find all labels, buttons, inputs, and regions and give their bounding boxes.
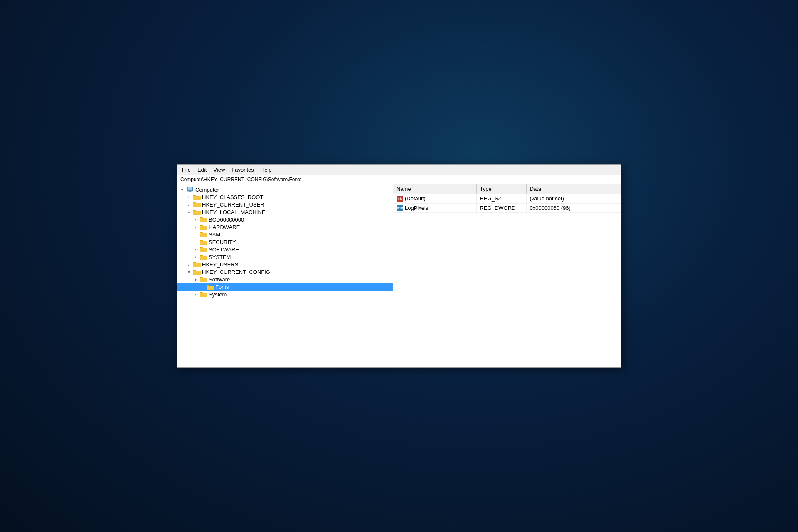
svg-rect-2 [189, 191, 191, 192]
table-row[interactable]: 010LogPixelsREG_DWORD0x00000060 (96) [393, 203, 621, 213]
table-row[interactable]: ab(Default)REG_SZ(value not set) [393, 194, 621, 204]
tree-node-hkcc_system[interactable]: System [177, 291, 393, 298]
cell-data-1: 0x00000060 (96) [526, 203, 621, 213]
folder-icon-system [200, 254, 207, 260]
node-label-system: SYSTEM [209, 254, 231, 260]
data-table: Name Type Data ab(Default)REG_SZ(value n… [393, 184, 621, 213]
expander-hardware[interactable] [192, 224, 199, 230]
tree-node-software[interactable]: SOFTWARE [177, 246, 393, 253]
tree-node-hkcu[interactable]: HKEY_CURRENT_USER [177, 201, 393, 208]
tree-node-bcd[interactable]: BCD00000000 [177, 216, 393, 223]
data-panel: Name Type Data ab(Default)REG_SZ(value n… [393, 184, 621, 367]
expander-security[interactable] [192, 239, 199, 245]
folder-icon-software [200, 246, 207, 252]
tree-node-hardware[interactable]: HARDWARE [177, 223, 393, 231]
menu-item-favorites[interactable]: Favorites [229, 166, 256, 174]
node-label-hku: HKEY_USERS [202, 261, 238, 268]
folder-icon-hkcu [193, 202, 201, 207]
menu-bar: FileEditViewFavoritesHelp [177, 165, 621, 175]
folder-icon-sam [200, 232, 207, 237]
expander-system[interactable] [192, 254, 199, 260]
computer-icon [187, 187, 194, 192]
node-label-hklm: HKEY_LOCAL_MACHINE [202, 209, 265, 215]
node-label-hkcu: HKEY_CURRENT_USER [202, 202, 264, 208]
folder-icon-security [200, 239, 207, 245]
svg-rect-9 [193, 203, 201, 207]
folder-icon-hkcr [193, 194, 201, 200]
cell-type-1: REG_DWORD [476, 203, 526, 213]
tree-node-hklm[interactable]: HKEY_LOCAL_MACHINE [177, 208, 393, 216]
node-label-bcd: BCD00000000 [209, 217, 244, 223]
menu-item-edit[interactable]: Edit [195, 166, 209, 174]
folder-icon-fonts [207, 284, 214, 290]
node-label-fonts: Fonts [215, 284, 229, 290]
folder-icon-hkcc_software [200, 276, 207, 282]
node-label-hkcr: HKEY_CLASSES_ROOT [202, 194, 263, 200]
address-path: Computer\HKEY_CURRENT_CONFIG\Software\Fo… [180, 177, 301, 182]
folder-icon-hklm [193, 209, 201, 215]
tree-node-hku[interactable]: HKEY_USERS [177, 261, 393, 268]
tree-node-fonts[interactable]: Fonts [177, 283, 393, 291]
expander-bcd[interactable] [192, 216, 199, 223]
node-label-hkcc_system: System [209, 291, 227, 298]
main-content: Computer HKEY_CLASSES_ROOT HKEY_CURRENT_… [177, 184, 621, 367]
svg-rect-6 [193, 196, 201, 200]
node-label-security: SECURITY [209, 239, 236, 245]
menu-item-help[interactable]: Help [258, 166, 274, 174]
folder-icon-bcd [200, 217, 207, 222]
folder-icon-hkcc [193, 269, 201, 275]
expander-hku[interactable] [185, 261, 192, 268]
svg-rect-39 [200, 278, 207, 282]
tree-node-hkcr[interactable]: HKEY_CLASSES_ROOT [177, 193, 393, 201]
svg-rect-36 [193, 271, 201, 274]
menu-item-file[interactable]: File [180, 166, 193, 174]
col-header-data: Data [526, 184, 621, 194]
expander-hklm[interactable] [185, 209, 192, 215]
expander-hkcu[interactable] [185, 201, 192, 208]
svg-rect-33 [193, 263, 201, 267]
svg-rect-24 [200, 241, 207, 244]
svg-rect-3 [188, 192, 192, 192]
svg-rect-15 [200, 218, 207, 222]
folder-icon-hkcc_system [200, 291, 207, 297]
node-label-hardware: HARDWARE [209, 224, 240, 230]
node-label-hkcc_software: Software [209, 276, 230, 283]
expander-hkcc[interactable] [185, 268, 192, 275]
tree-node-hkcc[interactable]: HKEY_CURRENT_CONFIG [177, 268, 393, 276]
folder-icon-hardware [200, 224, 207, 230]
tree-node-system[interactable]: SYSTEM [177, 253, 393, 261]
expander-hkcc_system[interactable] [192, 291, 199, 298]
svg-rect-30 [200, 256, 207, 259]
expander-software[interactable] [192, 246, 199, 253]
svg-rect-21 [200, 233, 207, 237]
svg-rect-27 [200, 248, 207, 252]
cell-name-1: 010LogPixels [393, 203, 476, 213]
reg-icon-dword: 010 [397, 205, 403, 211]
svg-rect-42 [207, 286, 214, 289]
svg-rect-18 [200, 226, 207, 229]
tree-node-hkcc_software[interactable]: Software [177, 276, 393, 283]
node-label-computer: Computer [195, 187, 219, 193]
reg-icon-sz: ab [397, 196, 403, 202]
svg-rect-12 [193, 211, 201, 214]
expander-fonts[interactable] [199, 283, 205, 290]
registry-window: FileEditViewFavoritesHelp Computer\HKEY_… [177, 164, 621, 368]
cell-type-0: REG_SZ [476, 194, 526, 204]
expander-hkcc_software[interactable] [192, 276, 199, 283]
svg-rect-45 [200, 293, 207, 297]
tree-node-sam[interactable]: SAM [177, 231, 393, 238]
node-label-hkcc: HKEY_CURRENT_CONFIG [202, 269, 270, 275]
tree-panel[interactable]: Computer HKEY_CLASSES_ROOT HKEY_CURRENT_… [177, 184, 393, 367]
folder-icon-hku [193, 261, 201, 267]
tree-node-security[interactable]: SECURITY [177, 238, 393, 246]
tree-node-computer[interactable]: Computer [177, 186, 393, 193]
expander-hkcr[interactable] [185, 194, 192, 200]
col-header-name: Name [393, 184, 476, 194]
menu-item-view[interactable]: View [211, 166, 227, 174]
node-label-sam: SAM [209, 232, 220, 238]
cell-name-0: ab(Default) [393, 194, 476, 204]
svg-rect-1 [188, 187, 192, 190]
node-label-software: SOFTWARE [209, 246, 239, 253]
expander-sam[interactable] [192, 231, 199, 238]
expander-computer[interactable] [179, 186, 185, 193]
